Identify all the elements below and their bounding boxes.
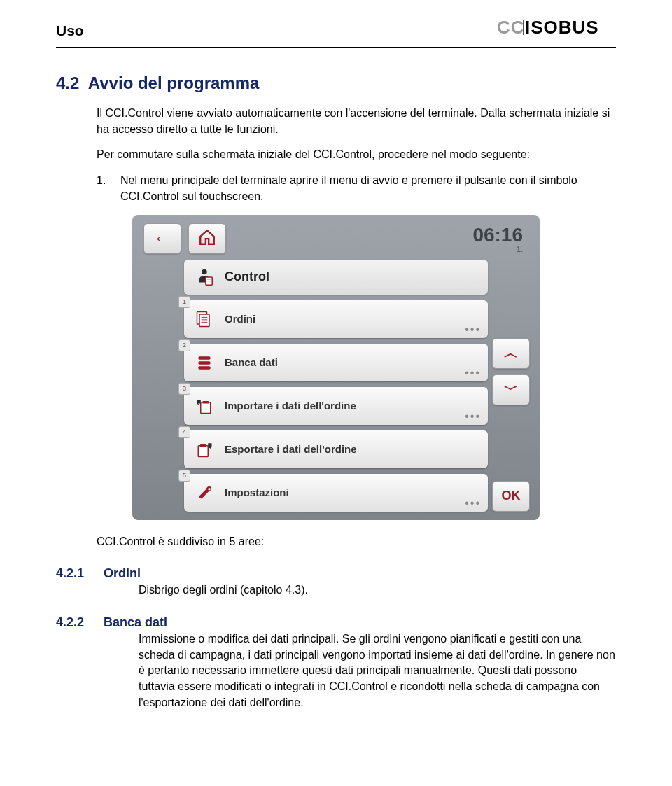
svg-rect-19 xyxy=(200,444,206,447)
svg-rect-13 xyxy=(198,356,211,359)
svg-rect-15 xyxy=(198,366,211,369)
terminal-screenshot: ← 06:16 1. xyxy=(132,215,540,520)
scroll-up-button[interactable]: ︿ xyxy=(492,338,530,369)
page-header: Uso CCISOBUS xyxy=(56,17,616,48)
section-heading: 4.2 Avvio del programma xyxy=(56,73,616,93)
svg-rect-9 xyxy=(200,314,209,327)
item-badge-2: 2 xyxy=(178,339,190,351)
control-icon xyxy=(194,267,215,288)
header-title: Uso xyxy=(56,22,84,39)
svg-rect-16 xyxy=(201,402,211,413)
subsection-1-heading: 4.2.1 Ordini xyxy=(56,559,616,582)
more-dots-icon: ••• xyxy=(465,324,481,335)
menu-item-ordini[interactable]: 1 Ordini ••• xyxy=(184,300,488,338)
right-nav-column: ︿ ﹀ OK xyxy=(492,260,531,512)
step-1-text: Nel menu principale del terminale aprire… xyxy=(120,173,616,204)
ok-button[interactable]: OK xyxy=(492,481,530,512)
screenshot-container: ← 06:16 1. xyxy=(56,215,616,520)
ordini-icon xyxy=(194,309,215,330)
more-dots-icon: ••• xyxy=(465,411,481,422)
chevron-down-icon: ﹀ xyxy=(504,380,518,399)
banca-dati-icon xyxy=(194,352,215,373)
subsection-2-title: Banca dati xyxy=(104,615,167,630)
subsection-1-title: Ordini xyxy=(104,566,141,581)
menu-group-header: Control xyxy=(184,260,488,295)
center-menu: Control 1 Ordini ••• 2 xyxy=(180,260,492,512)
menu-item-label: Importare i dati dell'ordine xyxy=(225,400,356,412)
clock-time: 06:16 xyxy=(472,224,523,246)
left-nav-column xyxy=(141,260,180,512)
menu-group-label: Control xyxy=(225,269,270,284)
menu-item-label: Impostazioni xyxy=(225,486,289,498)
menu-item-impostazioni[interactable]: 5 Impostazioni ••• xyxy=(184,474,488,512)
screenshot-body: Control 1 Ordini ••• 2 xyxy=(138,260,534,514)
svg-text:ISOBUS: ISOBUS xyxy=(525,17,599,38)
section-title: Avvio del programma xyxy=(88,73,260,92)
subsection-1-number: 4.2.1 xyxy=(56,566,104,581)
step-1-number: 1. xyxy=(97,173,120,204)
header-logo: CCISOBUS xyxy=(497,17,616,44)
item-badge-5: 5 xyxy=(178,470,190,482)
import-icon xyxy=(194,395,215,416)
menu-item-banca-dati[interactable]: 2 Banca dati ••• xyxy=(184,344,488,381)
paragraph-1: Il CCI.Control viene avviato automaticam… xyxy=(97,106,616,137)
paragraph-2: Per commutare sulla schermata iniziale d… xyxy=(97,147,616,163)
svg-rect-17 xyxy=(202,401,209,404)
svg-text:CC: CC xyxy=(497,17,525,38)
section-number: 4.2 xyxy=(56,73,79,92)
svg-rect-14 xyxy=(198,361,211,364)
home-icon xyxy=(198,228,216,249)
svg-point-3 xyxy=(202,269,207,274)
svg-rect-18 xyxy=(198,445,208,456)
more-dots-icon: ••• xyxy=(465,367,481,379)
item-badge-1: 1 xyxy=(178,296,190,308)
home-button[interactable] xyxy=(188,223,226,254)
clock-display: 06:16 1. xyxy=(472,224,523,253)
more-dots-icon: ••• xyxy=(465,498,481,509)
menu-item-label: Ordini xyxy=(225,313,255,325)
subsection-2-number: 4.2.2 xyxy=(56,615,104,630)
chevron-up-icon: ︿ xyxy=(504,344,518,363)
menu-item-esportare[interactable]: 4 Esportare i dati dell'ordine xyxy=(184,430,488,468)
export-icon xyxy=(194,439,215,460)
clock-sub: 1. xyxy=(472,245,523,253)
paragraph-3: CCI.Control è suddiviso in 5 aree: xyxy=(97,534,616,550)
back-button[interactable]: ← xyxy=(144,223,181,254)
screenshot-topbar: ← 06:16 1. xyxy=(138,220,534,260)
step-1: 1. Nel menu principale del terminale apr… xyxy=(97,173,616,204)
item-badge-4: 4 xyxy=(178,426,190,438)
settings-wrench-icon xyxy=(194,482,215,503)
subsection-1-text: Disbrigo degli ordini (capitolo 4.3). xyxy=(139,582,616,598)
menu-item-label: Esportare i dati dell'ordine xyxy=(225,443,357,455)
scroll-down-button[interactable]: ﹀ xyxy=(492,374,530,405)
ok-label: OK xyxy=(502,489,521,503)
item-badge-3: 3 xyxy=(178,383,190,395)
subsection-2-heading: 4.2.2 Banca dati xyxy=(56,608,616,631)
menu-item-importare[interactable]: 3 Importare i dati dell'ordine ••• xyxy=(184,387,488,425)
subsection-2-text: Immissione o modifica dei dati principal… xyxy=(139,631,616,711)
menu-item-label: Banca dati xyxy=(225,356,278,368)
back-arrow-icon: ← xyxy=(153,227,172,249)
